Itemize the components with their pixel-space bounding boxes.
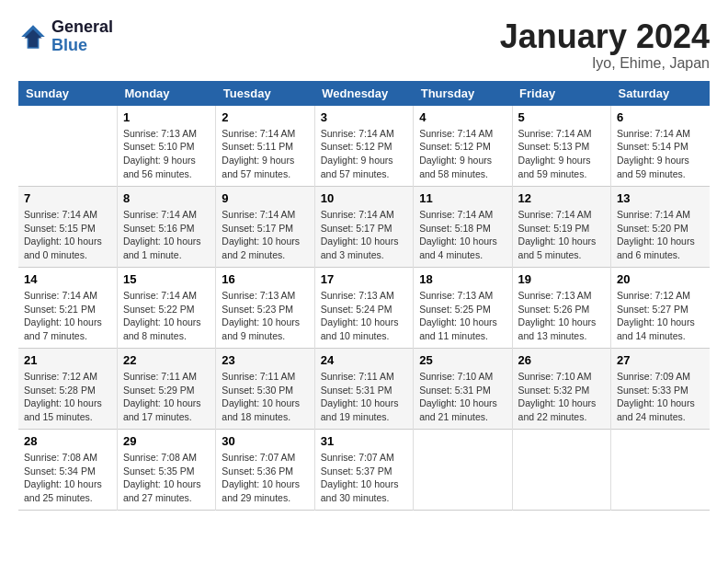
day-number: 20: [617, 272, 704, 286]
day-number: 9: [222, 191, 308, 205]
day-info: Sunrise: 7:13 AMSunset: 5:23 PMDaylight:…: [222, 289, 308, 343]
day-number: 1: [123, 110, 210, 124]
day-number: 3: [321, 110, 407, 124]
calendar-cell: 9Sunrise: 7:14 AMSunset: 5:17 PMDaylight…: [216, 187, 314, 268]
calendar-cell: 24Sunrise: 7:11 AMSunset: 5:31 PMDayligh…: [314, 349, 413, 430]
day-number: 26: [518, 353, 605, 367]
day-number: 29: [123, 434, 210, 448]
calendar-cell: 2Sunrise: 7:14 AMSunset: 5:11 PMDaylight…: [216, 106, 314, 187]
day-info: Sunrise: 7:14 AMSunset: 5:18 PMDaylight:…: [419, 208, 506, 262]
calendar-cell: 8Sunrise: 7:14 AMSunset: 5:16 PMDaylight…: [117, 187, 215, 268]
weekday-header-sunday: Sunday: [18, 81, 117, 106]
day-number: 6: [617, 110, 704, 124]
day-number: 15: [123, 272, 210, 286]
calendar-cell: 11Sunrise: 7:14 AMSunset: 5:18 PMDayligh…: [414, 187, 512, 268]
calendar-cell: 30Sunrise: 7:07 AMSunset: 5:36 PMDayligh…: [216, 430, 314, 511]
day-info: Sunrise: 7:11 AMSunset: 5:30 PMDaylight:…: [222, 370, 308, 424]
calendar-cell: 16Sunrise: 7:13 AMSunset: 5:23 PMDayligh…: [216, 268, 314, 349]
day-number: 18: [419, 272, 506, 286]
day-info: Sunrise: 7:14 AMSunset: 5:11 PMDaylight:…: [222, 127, 308, 181]
calendar-cell: 19Sunrise: 7:13 AMSunset: 5:26 PMDayligh…: [512, 268, 610, 349]
day-info: Sunrise: 7:10 AMSunset: 5:32 PMDaylight:…: [518, 370, 605, 424]
week-row-2: 7Sunrise: 7:14 AMSunset: 5:15 PMDaylight…: [18, 187, 710, 268]
calendar-cell: [414, 430, 512, 511]
day-number: 31: [321, 434, 407, 448]
day-info: Sunrise: 7:11 AMSunset: 5:31 PMDaylight:…: [321, 370, 407, 424]
day-number: 16: [222, 272, 308, 286]
logo-text: General Blue: [51, 18, 113, 55]
calendar-cell: 5Sunrise: 7:14 AMSunset: 5:13 PMDaylight…: [512, 106, 610, 187]
calendar-cell: 10Sunrise: 7:14 AMSunset: 5:17 PMDayligh…: [314, 187, 413, 268]
day-info: Sunrise: 7:07 AMSunset: 5:37 PMDaylight:…: [321, 451, 407, 505]
day-number: 19: [518, 272, 605, 286]
calendar-cell: 17Sunrise: 7:13 AMSunset: 5:24 PMDayligh…: [314, 268, 413, 349]
day-info: Sunrise: 7:09 AMSunset: 5:33 PMDaylight:…: [617, 370, 704, 424]
title-block: January 2024 Iyo, Ehime, Japan: [500, 18, 710, 72]
day-number: 2: [222, 110, 308, 124]
day-info: Sunrise: 7:14 AMSunset: 5:12 PMDaylight:…: [321, 127, 407, 181]
day-number: 13: [617, 191, 704, 205]
day-info: Sunrise: 7:13 AMSunset: 5:25 PMDaylight:…: [419, 289, 506, 343]
day-info: Sunrise: 7:14 AMSunset: 5:16 PMDaylight:…: [123, 208, 210, 262]
day-number: 4: [419, 110, 506, 124]
day-info: Sunrise: 7:14 AMSunset: 5:20 PMDaylight:…: [617, 208, 704, 262]
day-info: Sunrise: 7:13 AMSunset: 5:26 PMDaylight:…: [518, 289, 605, 343]
location: Iyo, Ehime, Japan: [500, 55, 710, 72]
calendar-cell: 22Sunrise: 7:11 AMSunset: 5:29 PMDayligh…: [117, 349, 215, 430]
day-info: Sunrise: 7:12 AMSunset: 5:27 PMDaylight:…: [617, 289, 704, 343]
day-info: Sunrise: 7:08 AMSunset: 5:34 PMDaylight:…: [24, 451, 111, 505]
day-info: Sunrise: 7:14 AMSunset: 5:17 PMDaylight:…: [321, 208, 407, 262]
calendar-cell: 6Sunrise: 7:14 AMSunset: 5:14 PMDaylight…: [611, 106, 710, 187]
day-number: 12: [518, 191, 605, 205]
day-info: Sunrise: 7:08 AMSunset: 5:35 PMDaylight:…: [123, 451, 210, 505]
calendar-cell: 27Sunrise: 7:09 AMSunset: 5:33 PMDayligh…: [611, 349, 710, 430]
calendar-cell: 15Sunrise: 7:14 AMSunset: 5:22 PMDayligh…: [117, 268, 215, 349]
month-title: January 2024: [500, 18, 710, 55]
day-info: Sunrise: 7:11 AMSunset: 5:29 PMDaylight:…: [123, 370, 210, 424]
calendar-cell: 13Sunrise: 7:14 AMSunset: 5:20 PMDayligh…: [611, 187, 710, 268]
calendar-cell: 25Sunrise: 7:10 AMSunset: 5:31 PMDayligh…: [414, 349, 512, 430]
weekday-header-wednesday: Wednesday: [314, 81, 413, 106]
day-number: 23: [222, 353, 308, 367]
day-number: 10: [321, 191, 407, 205]
weekday-header-tuesday: Tuesday: [216, 81, 314, 106]
calendar-cell: 14Sunrise: 7:14 AMSunset: 5:21 PMDayligh…: [18, 268, 117, 349]
calendar-cell: 18Sunrise: 7:13 AMSunset: 5:25 PMDayligh…: [414, 268, 512, 349]
calendar-table: SundayMondayTuesdayWednesdayThursdayFrid…: [18, 81, 710, 511]
day-number: 27: [617, 353, 704, 367]
calendar-cell: 28Sunrise: 7:08 AMSunset: 5:34 PMDayligh…: [18, 430, 117, 511]
calendar-cell: 29Sunrise: 7:08 AMSunset: 5:35 PMDayligh…: [117, 430, 215, 511]
day-info: Sunrise: 7:13 AMSunset: 5:24 PMDaylight:…: [321, 289, 407, 343]
day-number: 30: [222, 434, 308, 448]
day-info: Sunrise: 7:12 AMSunset: 5:28 PMDaylight:…: [24, 370, 111, 424]
calendar-cell: [611, 430, 710, 511]
calendar-cell: [18, 106, 117, 187]
weekday-header-saturday: Saturday: [611, 81, 710, 106]
weekday-header-friday: Friday: [512, 81, 610, 106]
day-info: Sunrise: 7:07 AMSunset: 5:36 PMDaylight:…: [222, 451, 308, 505]
calendar-cell: 4Sunrise: 7:14 AMSunset: 5:12 PMDaylight…: [414, 106, 512, 187]
logo-icon: [18, 22, 48, 52]
day-info: Sunrise: 7:13 AMSunset: 5:10 PMDaylight:…: [123, 127, 210, 181]
day-info: Sunrise: 7:14 AMSunset: 5:12 PMDaylight:…: [419, 127, 506, 181]
day-number: 7: [24, 191, 111, 205]
week-row-4: 21Sunrise: 7:12 AMSunset: 5:28 PMDayligh…: [18, 349, 710, 430]
day-number: 5: [518, 110, 605, 124]
page-header: General Blue January 2024 Iyo, Ehime, Ja…: [18, 18, 710, 72]
day-info: Sunrise: 7:14 AMSunset: 5:19 PMDaylight:…: [518, 208, 605, 262]
day-info: Sunrise: 7:14 AMSunset: 5:14 PMDaylight:…: [617, 127, 704, 181]
day-info: Sunrise: 7:14 AMSunset: 5:13 PMDaylight:…: [518, 127, 605, 181]
calendar-cell: 23Sunrise: 7:11 AMSunset: 5:30 PMDayligh…: [216, 349, 314, 430]
day-info: Sunrise: 7:14 AMSunset: 5:22 PMDaylight:…: [123, 289, 210, 343]
calendar-cell: 20Sunrise: 7:12 AMSunset: 5:27 PMDayligh…: [611, 268, 710, 349]
day-number: 11: [419, 191, 506, 205]
weekday-header-row: SundayMondayTuesdayWednesdayThursdayFrid…: [18, 81, 710, 106]
day-number: 28: [24, 434, 111, 448]
week-row-1: 1Sunrise: 7:13 AMSunset: 5:10 PMDaylight…: [18, 106, 710, 187]
calendar-cell: 12Sunrise: 7:14 AMSunset: 5:19 PMDayligh…: [512, 187, 610, 268]
day-number: 25: [419, 353, 506, 367]
week-row-3: 14Sunrise: 7:14 AMSunset: 5:21 PMDayligh…: [18, 268, 710, 349]
logo: General Blue: [18, 18, 113, 55]
calendar-cell: 21Sunrise: 7:12 AMSunset: 5:28 PMDayligh…: [18, 349, 117, 430]
day-number: 22: [123, 353, 210, 367]
